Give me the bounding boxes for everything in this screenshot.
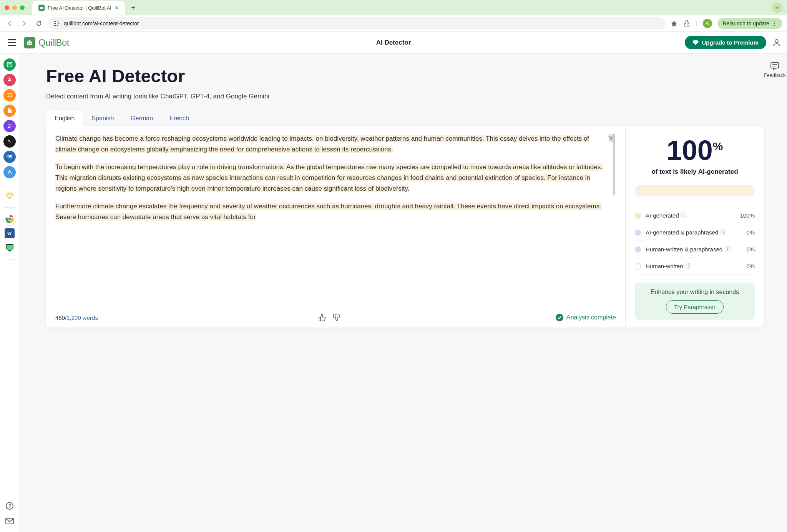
back-button[interactable] xyxy=(5,18,15,28)
sidebar-contact-button[interactable] xyxy=(3,515,16,527)
editor-textarea[interactable]: Climate change has become a force reshap… xyxy=(55,133,616,304)
sidebar-desktop-app[interactable] xyxy=(3,241,16,254)
main-panels: Climate change has become a force reshap… xyxy=(46,126,764,328)
reload-button[interactable] xyxy=(34,18,44,28)
sidebar-tool-paraphraser[interactable] xyxy=(3,58,16,71)
tab-french[interactable]: French xyxy=(161,111,198,126)
svg-point-1 xyxy=(41,8,42,8)
legend-dot-icon xyxy=(635,246,641,253)
svg-rect-39 xyxy=(772,66,775,66)
svg-rect-10 xyxy=(8,42,16,43)
check-icon xyxy=(556,314,563,321)
analysis-status: Analysis complete xyxy=(556,314,616,321)
svg-rect-12 xyxy=(27,42,32,45)
svg-rect-31 xyxy=(7,245,13,249)
svg-rect-32 xyxy=(8,250,11,251)
highlighted-text: Furthermore climate change escalates the… xyxy=(55,203,601,221)
language-tabs: English Spanish German French xyxy=(46,111,764,126)
legend-human-written: Human-written i 0% xyxy=(635,258,755,275)
sidebar-word-addin[interactable]: W xyxy=(5,228,15,238)
feedback-thumbs xyxy=(318,313,341,322)
tab-spanish[interactable]: Spanish xyxy=(83,111,122,126)
forward-button[interactable] xyxy=(19,18,29,28)
legend-ai-paraphrased: AI-generated & paraphrased i 0% xyxy=(635,224,755,241)
svg-rect-37 xyxy=(771,63,779,68)
svg-rect-19 xyxy=(8,65,11,65)
page-title: Free AI Detector xyxy=(46,65,764,86)
sidebar-tool-grammar[interactable] xyxy=(3,74,16,86)
info-icon[interactable]: i xyxy=(681,213,687,218)
close-window-button[interactable] xyxy=(5,5,9,10)
info-icon[interactable]: i xyxy=(725,246,731,252)
content-area: Free AI Detector Detect content from AI … xyxy=(19,54,787,532)
thumbs-down-button[interactable] xyxy=(332,313,341,322)
browser-chrome: Free AI Detector | QuillBot AI ✕ + quill… xyxy=(0,0,787,32)
close-tab-button[interactable]: ✕ xyxy=(115,5,119,11)
minimize-window-button[interactable] xyxy=(12,5,17,10)
sidebar-divider xyxy=(4,207,15,208)
sidebar-help-button[interactable]: ? xyxy=(3,500,16,512)
try-paraphraser-button[interactable]: Try Paraphraser xyxy=(666,300,724,314)
profile-avatar[interactable]: A xyxy=(703,19,712,28)
tab-german[interactable]: German xyxy=(122,111,161,126)
logo[interactable]: QuillBot xyxy=(24,37,69,48)
site-settings-icon[interactable] xyxy=(54,21,60,26)
bookmark-star-icon[interactable] xyxy=(670,20,678,27)
sidebar-chrome-extension[interactable] xyxy=(3,213,16,225)
svg-point-7 xyxy=(58,23,60,24)
right-sidebar: Feedback xyxy=(762,54,787,78)
result-panel: 100% of text is likely AI-generated AI-g… xyxy=(626,126,764,328)
tab-overflow-button[interactable] xyxy=(772,2,782,13)
address-bar[interactable]: quillbot.com/ai-content-detector xyxy=(48,17,666,30)
score-description: of text is likely AI-generated xyxy=(635,168,755,176)
sidebar-premium-icon[interactable] xyxy=(3,190,16,202)
browser-toolbar: | A Relaunch to update ⋮ xyxy=(670,18,782,29)
legend-ai-generated: AI-generated i 100% xyxy=(635,207,755,224)
browser-tab[interactable]: Free AI Detector | QuillBot AI ✕ xyxy=(32,1,125,15)
sidebar-tool-flow[interactable] xyxy=(3,166,16,178)
svg-rect-20 xyxy=(8,94,11,97)
user-account-button[interactable] xyxy=(772,38,781,47)
svg-rect-5 xyxy=(54,25,56,26)
thumbs-up-button[interactable] xyxy=(318,313,326,322)
window-controls xyxy=(5,5,25,10)
sidebar-divider xyxy=(4,259,15,259)
enhance-text: Enhance your writing in seconds xyxy=(641,289,749,296)
scrollbar-thumb[interactable] xyxy=(613,133,615,195)
svg-point-2 xyxy=(42,8,43,8)
url-text: quillbot.com/ai-content-detector xyxy=(64,20,139,27)
tab-english[interactable]: English xyxy=(46,111,83,126)
svg-rect-0 xyxy=(40,7,43,9)
svg-rect-36 xyxy=(6,518,13,524)
legend-human-paraphrased: Human-written & paraphrased i 0% xyxy=(635,241,755,258)
new-tab-button[interactable]: + xyxy=(128,3,139,12)
maximize-window-button[interactable] xyxy=(20,5,25,10)
feedback-button[interactable] xyxy=(770,62,779,70)
address-bar-row: quillbot.com/ai-content-detector | A Rel… xyxy=(0,15,787,32)
svg-point-16 xyxy=(775,40,778,43)
relaunch-button[interactable]: Relaunch to update ⋮ xyxy=(717,18,782,29)
svg-rect-23 xyxy=(8,127,10,128)
left-sidebar: 文A 99 W ? xyxy=(0,54,19,532)
svg-rect-33 xyxy=(8,251,12,251)
logo-text: QuillBot xyxy=(38,37,69,48)
sidebar-tool-ai-detector[interactable] xyxy=(3,89,16,101)
info-icon[interactable]: i xyxy=(686,263,691,269)
svg-text:A: A xyxy=(10,141,11,144)
svg-rect-9 xyxy=(8,39,16,40)
word-count: 460/1,200 words xyxy=(55,314,98,321)
editor-content: Climate change has become a force reshap… xyxy=(55,133,606,223)
sidebar-tool-citation[interactable]: 99 xyxy=(3,151,16,163)
info-icon[interactable]: i xyxy=(721,229,726,235)
sidebar-tool-plagiarism[interactable] xyxy=(3,105,16,117)
extensions-icon[interactable] xyxy=(683,20,690,27)
page-subtitle: Detect content from AI writing tools lik… xyxy=(46,93,764,100)
upgrade-premium-button[interactable]: Upgrade to Premium xyxy=(685,36,766,49)
menu-button[interactable] xyxy=(8,39,16,46)
editor-footer: 460/1,200 words Analy xyxy=(55,308,616,321)
sidebar-tool-translator[interactable]: 文A xyxy=(3,135,16,148)
legend-dot-icon xyxy=(635,213,641,219)
sidebar-tool-summarizer[interactable] xyxy=(3,120,16,132)
app-body: 文A 99 W ? Free AI Detector Detect conten… xyxy=(0,54,787,532)
legend-dot-icon xyxy=(635,229,641,236)
